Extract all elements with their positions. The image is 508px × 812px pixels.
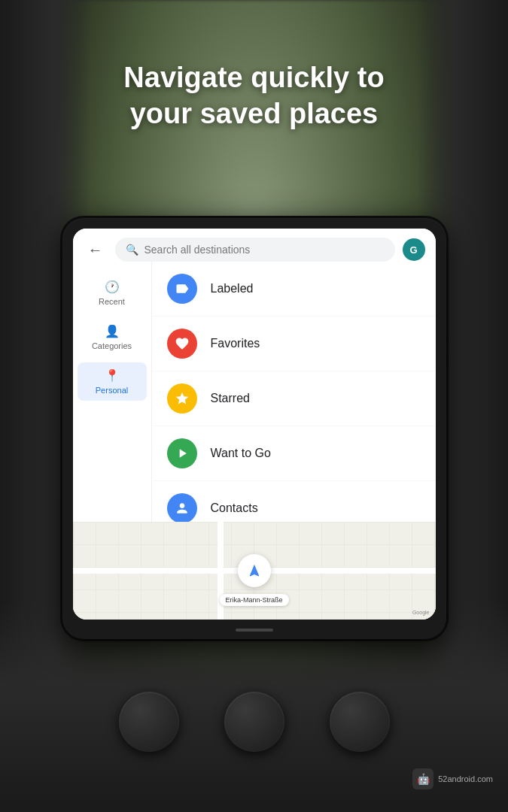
list-item-labeled[interactable]: Labeled (152, 262, 436, 317)
sidebar-label-categories: Categories (92, 341, 132, 350)
sidebar: 🕐 Recent 👤 Categories 📍 Personal (73, 262, 152, 522)
map-street-label: Erika-Mann-Straße (219, 594, 288, 606)
map-navigate-button[interactable] (238, 554, 271, 587)
want-to-go-icon (167, 438, 197, 468)
screen-content: ← 🔍 Search all destinations G 🕐 Recent (73, 229, 436, 620)
favorites-label: Favorites (211, 337, 260, 350)
header-line1: Navigate quickly to (123, 62, 384, 93)
search-placeholder: Search all destinations (144, 244, 251, 256)
avatar-button[interactable]: G (403, 238, 425, 261)
list-item-starred[interactable]: Starred (152, 371, 436, 426)
sidebar-item-personal[interactable]: 📍 Personal (78, 362, 147, 401)
search-icon: 🔍 (126, 244, 138, 256)
watermark-icon: 🤖 (412, 768, 433, 789)
search-bar[interactable]: 🔍 Search all destinations (115, 238, 395, 262)
labeled-icon (167, 274, 197, 304)
personal-icon: 📍 (105, 368, 120, 383)
watermark: 🤖 52android.com (412, 768, 493, 789)
list-item-contacts[interactable]: Contacts (152, 481, 436, 522)
knob-left (119, 692, 179, 752)
display-screen: ← 🔍 Search all destinations G 🕐 Recent (73, 229, 436, 620)
want-to-go-label: Want to Go (211, 447, 271, 460)
back-button[interactable]: ← (84, 238, 108, 262)
starred-icon (167, 383, 197, 414)
knobs-container (119, 692, 390, 752)
search-area: ← 🔍 Search all destinations G (73, 229, 436, 262)
list-item-favorites[interactable]: Favorites (152, 317, 436, 371)
header-section: Navigate quickly to your saved places (0, 60, 508, 132)
back-icon: ← (88, 241, 103, 259)
contacts-label: Contacts (211, 501, 258, 515)
sidebar-item-recent[interactable]: 🕐 Recent (73, 274, 151, 312)
car-display: ← 🔍 Search all destinations G 🕐 Recent (62, 218, 446, 639)
home-indicator (236, 629, 273, 632)
favorites-icon (167, 329, 197, 359)
header-line2: your saved places (130, 98, 379, 129)
starred-label: Starred (211, 392, 250, 405)
map-google-logo: Google (412, 610, 430, 615)
avatar-initial: G (409, 244, 417, 256)
categories-icon: 👤 (105, 324, 120, 338)
watermark-text: 52android.com (438, 774, 493, 783)
map-area: Erika-Mann-Straße Google (73, 522, 436, 620)
contacts-icon (167, 493, 197, 522)
header-title: Navigate quickly to your saved places (0, 60, 508, 132)
labeled-label: Labeled (211, 282, 254, 295)
main-list: Labeled Favorites Starred (152, 262, 436, 522)
sidebar-label-recent: Recent (99, 297, 125, 306)
knob-right (330, 692, 390, 752)
list-item-want-to-go[interactable]: Want to Go (152, 426, 436, 481)
recent-icon: 🕐 (105, 280, 120, 294)
content-area: 🕐 Recent 👤 Categories 📍 Personal (73, 262, 436, 522)
sidebar-item-categories[interactable]: 👤 Categories (73, 318, 151, 356)
sidebar-label-personal: Personal (96, 386, 128, 395)
knob-center (224, 692, 284, 752)
